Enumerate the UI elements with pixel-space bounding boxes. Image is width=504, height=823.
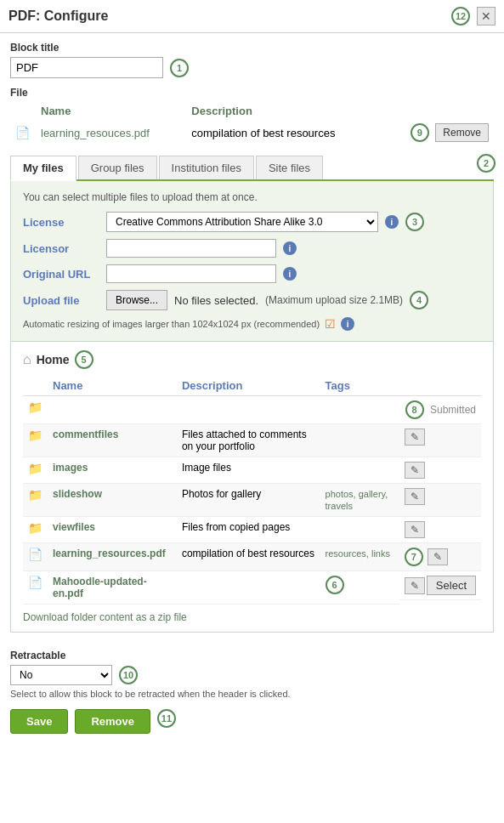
file-name-link[interactable]: viewfiles <box>53 521 95 533</box>
file-name-link[interactable]: Mahoodle-updated-en.pdf <box>53 576 147 599</box>
file-name-link[interactable]: learning_resources.pdf <box>53 548 166 559</box>
badge-1: 1 <box>170 59 189 77</box>
retractable-label: Retractable <box>10 650 494 661</box>
edit-button[interactable]: ✎ <box>405 521 425 538</box>
tab-institution-files[interactable]: Institution files <box>159 156 254 179</box>
folder-icon: 📁 <box>28 488 42 502</box>
badge-12: 12 <box>451 7 470 26</box>
file-desc: Files from copied pages <box>182 521 290 533</box>
col-desc: Description <box>186 102 381 120</box>
resize-text: Automatic resizing of images larger than… <box>23 319 320 329</box>
badge-3: 3 <box>405 213 424 231</box>
edit-button[interactable]: ✎ <box>405 577 425 594</box>
tabs: My files Group files Institution files S… <box>10 156 494 181</box>
license-info-icon[interactable]: i <box>385 215 399 229</box>
table-row: 📁 images Image files ✎ <box>23 457 481 484</box>
file-name-link[interactable]: slideshow <box>53 488 102 500</box>
files-col-name: Name <box>48 376 177 396</box>
page-title: PDF: Configure <box>8 9 108 24</box>
licensor-info-icon[interactable]: i <box>283 241 297 255</box>
resize-info-icon[interactable]: i <box>341 317 354 331</box>
files-col-tags: Tags <box>320 376 399 396</box>
folder-icon: 📁 <box>28 429 42 442</box>
folder-icon: 📁 <box>28 462 42 475</box>
licensor-row: Licensor i <box>23 239 481 258</box>
close-button[interactable]: ✕ <box>477 7 496 26</box>
save-button[interactable]: Save <box>10 709 68 734</box>
badge-7: 7 <box>405 548 423 566</box>
file-name: learning_resouces.pdf <box>41 127 150 139</box>
resize-row: Automatic resizing of images larger than… <box>23 317 481 331</box>
max-upload-text: (Maximum upload size 2.1MB) <box>265 294 403 306</box>
badge-5: 5 <box>75 350 93 369</box>
upload-file-row: Upload file Browse... No files selected.… <box>23 290 481 310</box>
license-label: License <box>23 216 99 229</box>
license-row: License Creative Commons Attribution Sha… <box>23 212 481 232</box>
file-desc: Files attached to comments on your portf… <box>182 429 307 452</box>
file-name-link[interactable]: commentfiles <box>53 429 118 440</box>
block-title-label: Block title <box>10 42 494 54</box>
home-header: ⌂ Home 5 <box>23 350 481 369</box>
original-url-input[interactable] <box>106 264 276 283</box>
select-button[interactable]: Select <box>427 576 476 595</box>
file-icon: 📄 <box>28 548 42 561</box>
file-desc: Image files <box>182 462 231 474</box>
files-col-desc: Description <box>177 376 320 396</box>
download-zip-link[interactable]: Download folder content as a zip file <box>23 611 481 623</box>
badge-8: 8 <box>405 400 424 419</box>
licensor-input[interactable] <box>106 239 276 258</box>
main-content: Block title 1 File Name Description 📄 le… <box>0 33 504 641</box>
upload-file-label: Upload file <box>23 294 99 307</box>
home-icon: ⌂ <box>23 352 31 367</box>
original-url-label: Original URL <box>23 268 99 281</box>
home-title: Home <box>37 353 70 366</box>
file-name-link[interactable]: images <box>53 462 88 474</box>
retractable-select[interactable]: No Yes Auto <box>10 665 112 685</box>
tab-my-files[interactable]: My files <box>10 156 76 181</box>
files-table: Name Description Tags 📁 8 Submitted <box>23 376 481 604</box>
tag-text: photos, gallery, travels <box>326 489 388 511</box>
table-row: 📄 learning_resources.pdf compilation of … <box>23 543 481 571</box>
license-select[interactable]: Creative Commons Attribution Share Alike… <box>106 212 378 232</box>
original-url-info-icon[interactable]: i <box>283 267 297 281</box>
table-row: 📁 commentfiles Files attached to comment… <box>23 424 481 457</box>
edit-button[interactable]: ✎ <box>405 429 425 446</box>
submitted-text: Submitted <box>430 404 476 416</box>
edit-button[interactable]: ✎ <box>428 548 448 565</box>
file-icon: 📄 <box>15 126 30 139</box>
tab-group-files[interactable]: Group files <box>78 156 157 179</box>
original-url-row: Original URL i <box>23 264 481 283</box>
browse-button[interactable]: Browse... <box>106 290 167 310</box>
bottom-section: Retractable No Yes Auto 10 Select to all… <box>0 641 504 742</box>
table-row: 📁 slideshow Photos for gallery photos, g… <box>23 484 481 517</box>
folder-icon: 📁 <box>28 400 42 414</box>
file-icon: 📄 <box>28 576 42 589</box>
badge-2: 2 <box>477 154 496 173</box>
upload-panel: You can select multiple files to upload … <box>10 181 494 342</box>
licensor-label: Licensor <box>23 242 99 255</box>
table-row: 📁 viewfiles Files from copied pages ✎ <box>23 517 481 543</box>
edit-button[interactable]: ✎ <box>405 462 425 479</box>
file-label: File <box>10 87 494 99</box>
block-title-input[interactable] <box>10 57 163 78</box>
file-browser: ⌂ Home 5 Name Description Tags 📁 <box>10 342 494 633</box>
no-file-text: No files selected. <box>174 294 258 307</box>
tag-text: resources, links <box>326 548 390 559</box>
resize-checkbox[interactable]: ☑ <box>325 317 336 331</box>
badge-6: 6 <box>326 576 344 594</box>
remove-button[interactable]: Remove <box>75 709 150 734</box>
file-description: compilation of best resources <box>191 127 335 139</box>
badge-4: 4 <box>410 291 428 309</box>
edit-button[interactable]: ✎ <box>405 488 425 505</box>
col-name: Name <box>36 102 186 120</box>
file-table: Name Description 📄 learning_resouces.pdf… <box>10 102 494 145</box>
table-row: 📁 8 Submitted <box>23 396 481 424</box>
remove-file-button[interactable]: Remove <box>435 123 489 142</box>
badge-9: 9 <box>411 123 429 142</box>
title-bar: PDF: Configure 12 ✕ <box>0 0 504 33</box>
folder-icon: 📁 <box>28 521 42 535</box>
upload-note: You can select multiple files to upload … <box>23 191 481 203</box>
retractable-note: Select to allow this block to be retract… <box>10 689 494 699</box>
tab-site-files[interactable]: Site files <box>256 156 323 179</box>
badge-11: 11 <box>157 709 176 728</box>
